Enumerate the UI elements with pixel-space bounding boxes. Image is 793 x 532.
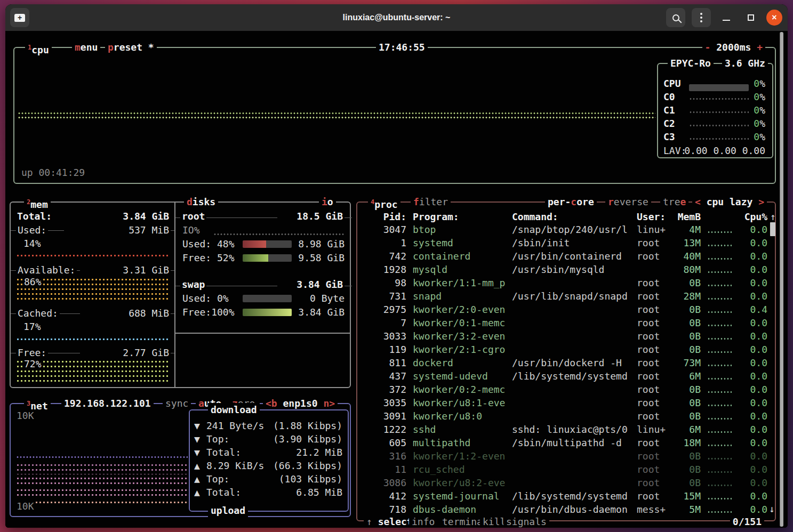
net-rate-row: ▲ Top: (103 Kibps)	[190, 473, 348, 487]
search-icon	[672, 14, 679, 21]
process-row[interactable]: 731 snapd /usr/lib/snapd/snapd root 28M …	[357, 291, 775, 304]
close-icon: ×	[772, 13, 776, 22]
process-row[interactable]: 3047 btop /snap/btop/240/usr/l linu+ 4M …	[357, 224, 775, 237]
proc-reverse-toggle[interactable]: reverse	[605, 195, 651, 209]
direction-arrow-icon: ▼	[194, 420, 200, 431]
process-row[interactable]: 3091 kworker/u8:0 root 0B 0.0	[357, 410, 775, 424]
core-row: C1 0%	[658, 104, 772, 118]
process-row[interactable]: 119 kworker/2:1-cgro root 0B 0.0	[357, 344, 775, 357]
core-row: C0 0%	[658, 91, 772, 104]
net-box: 3net 192.168.122.101 sync auto zero <b e…	[10, 403, 351, 517]
direction-arrow-icon: ▼	[194, 447, 200, 458]
disks-panel-title[interactable]: disks	[184, 195, 218, 209]
disks-inner-divider	[174, 333, 350, 334]
cpu-mini-graph	[707, 417, 732, 421]
disk-root-used-value: 8.98 GiB	[295, 238, 345, 251]
interval-plus[interactable]: +	[757, 42, 763, 53]
menu-button-btop[interactable]: menu	[72, 41, 100, 54]
net-rate-row: ▲ Total: 6.85 MiB	[190, 487, 348, 500]
process-row[interactable]: 3033 kworker/3:2-even root 0B 0.0	[357, 331, 775, 344]
process-row[interactable]: 98 kworker/1:1-mm_p root 0B 0.0	[357, 277, 775, 291]
cpu-mini-graph	[707, 324, 732, 327]
cpu-mini-graph	[707, 270, 732, 274]
col-user: User:	[637, 211, 666, 222]
mem-used-label: Used:	[16, 224, 48, 237]
terminal-window: + linuxiac@ubuntu-server: ~ × 1cpu menu …	[5, 4, 788, 528]
net-rate-row: ▼ Top: (3.90 Kibps)	[190, 433, 348, 447]
net-scale-top: 10K	[15, 409, 36, 422]
net-scale-bottom: 10K	[15, 500, 36, 513]
process-row[interactable]: 1928 mysqld /usr/sbin/mysqld 80M 0.0	[357, 264, 775, 277]
net-sync-toggle[interactable]: sync	[163, 397, 191, 410]
download-title: download	[208, 403, 260, 417]
proc-box-title[interactable]: 4proc	[368, 195, 400, 212]
process-row[interactable]: 1 systemd /sbin/init root 13M 0.0	[357, 237, 775, 251]
cpu-frequency: 3.6 GHz	[722, 57, 768, 70]
process-row[interactable]: 2975 kworker/2:0-even root 0B 0.4	[357, 304, 775, 317]
net-download-graph-line	[16, 455, 188, 458]
proc-sort-selector[interactable]: < cpu lazy >	[692, 195, 767, 209]
cpu-mini-graph	[707, 470, 732, 474]
process-row[interactable]: 437 systemd-udevd /lib/systemd/systemd r…	[357, 370, 775, 384]
process-row[interactable]: 3035 kworker/u8:1-eve root 0B 0.0	[357, 397, 775, 410]
process-row[interactable]: 605 multipathd /sbin/multipathd -d root …	[357, 437, 775, 450]
process-row[interactable]: 7 kworker/0:1-memc root 0B 0.0	[357, 317, 775, 331]
process-row[interactable]: 811 dockerd /usr/bin/dockerd -H root 73M…	[357, 357, 775, 370]
uptime: up 00:41:29	[21, 166, 85, 179]
net-interface-switcher[interactable]: <b enp1s0 n>	[263, 397, 338, 410]
process-row[interactable]: 1222 sshd sshd: linuxiac@pts/0 linu+ 6M …	[357, 424, 775, 437]
close-button[interactable]: ×	[766, 10, 782, 26]
process-row[interactable]: 372 kworker/0:2-memc root 0B 0.0	[357, 384, 775, 397]
search-button[interactable]	[666, 8, 685, 27]
cpu-mini-graph	[707, 284, 732, 287]
cpu-mini-graph	[707, 297, 732, 301]
direction-arrow-icon: ▲	[194, 473, 200, 485]
proc-signals-button[interactable]: signals	[503, 515, 549, 528]
disk-swap-free-value: 3.84 GiB	[295, 306, 345, 319]
menu-button[interactable]	[692, 8, 711, 27]
preset-button[interactable]: preset *	[105, 41, 157, 54]
mem-free-value: 2.77 GiB	[80, 346, 171, 359]
core-meter	[689, 111, 749, 114]
mem-available-value: 3.31 GiB	[80, 264, 171, 277]
interval-minus[interactable]: -	[705, 42, 711, 53]
net-rate-row: ▲ 8.29 KiB/s (66.3 Kibps)	[190, 460, 348, 473]
proc-percore-toggle[interactable]: per-core	[545, 195, 597, 209]
process-row[interactable]: 412 systemd-journal /lib/systemd/systemd…	[357, 490, 775, 504]
core-meter	[689, 138, 749, 140]
col-memb: MemB	[663, 211, 701, 222]
cpu-mini-graph	[707, 230, 732, 234]
net-rate-row: ▼ Total: 21.2 MiB	[190, 447, 348, 460]
proc-tree-toggle[interactable]: tree	[660, 195, 688, 209]
col-command: Command:	[512, 211, 558, 222]
cpu-mini-graph	[707, 510, 732, 514]
minimize-button[interactable]	[717, 9, 735, 27]
disk-swap-size: 3.84 GiB	[277, 278, 345, 291]
disk-swap-free-meter	[243, 309, 292, 316]
cpu-box-title[interactable]: 1cpu	[25, 41, 52, 57]
process-row[interactable]: 316 kworker/1:2-even root 0B 0.0	[357, 450, 775, 464]
more-rows-arrow[interactable]: ↓	[769, 503, 775, 515]
sort-direction-icon[interactable]: ↑	[770, 211, 776, 222]
core-row: C3 0%	[658, 131, 772, 144]
process-row[interactable]: 742 containerd /usr/bin/containerd root …	[357, 251, 775, 264]
new-tab-button[interactable]: +	[10, 8, 29, 27]
mem-box-title[interactable]: 2mem	[24, 195, 51, 212]
process-row[interactable]: 11 rcu_sched root 0B 0.0	[357, 464, 775, 477]
disk-swap-used-label: Used: 0%	[182, 292, 229, 305]
net-rate-row: ▼ 241 Byte/s (1.88 Kibps)	[190, 420, 348, 433]
direction-arrow-icon: ▲	[194, 487, 200, 498]
proc-scrollbar-thumb[interactable]	[770, 222, 775, 236]
new-tab-icon: +	[14, 14, 25, 22]
disk-root-free-label: Free: 52%	[182, 252, 235, 264]
terminal-scrollbar[interactable]	[780, 32, 783, 527]
disks-io-toggle[interactable]: io	[319, 195, 336, 209]
core-meter	[689, 98, 749, 100]
mem-free-pct: 72%	[22, 358, 43, 370]
disk-root-size: 18.5 GiB	[277, 210, 345, 223]
proc-filter-button[interactable]: filter	[411, 195, 451, 209]
disk-swap-name: swap	[180, 278, 206, 291]
mem-total-value: 3.84 GiB	[64, 210, 169, 223]
maximize-button[interactable]	[742, 9, 760, 27]
process-row[interactable]: 3086 kworker/u8:2-eve root 0B 0.0	[357, 477, 775, 490]
